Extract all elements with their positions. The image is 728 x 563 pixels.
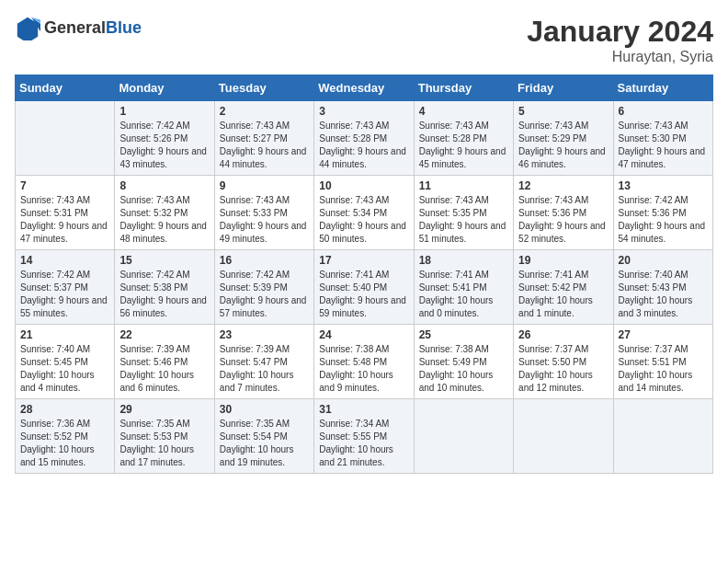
calendar-cell: 13Sunrise: 7:42 AMSunset: 5:36 PMDayligh…	[613, 176, 712, 250]
day-number: 19	[518, 254, 608, 267]
calendar-cell: 19Sunrise: 7:41 AMSunset: 5:42 PMDayligh…	[514, 250, 613, 325]
calendar-cell: 11Sunrise: 7:43 AMSunset: 5:35 PMDayligh…	[414, 176, 513, 250]
calendar-cell	[613, 399, 712, 474]
day-header-monday: Monday	[115, 75, 214, 101]
calendar-cell	[16, 101, 115, 176]
day-info: Sunrise: 7:42 AMSunset: 5:37 PMDaylight:…	[20, 270, 108, 318]
day-header-thursday: Thursday	[414, 75, 513, 101]
day-info: Sunrise: 7:38 AMSunset: 5:49 PMDaylight:…	[419, 344, 494, 393]
day-header-tuesday: Tuesday	[214, 75, 313, 101]
day-number: 18	[419, 254, 508, 267]
day-info: Sunrise: 7:35 AMSunset: 5:53 PMDaylight:…	[119, 419, 194, 467]
day-header-saturday: Saturday	[613, 75, 712, 101]
day-number: 17	[319, 254, 408, 267]
day-info: Sunrise: 7:40 AMSunset: 5:43 PMDaylight:…	[619, 270, 693, 318]
calendar-cell: 16Sunrise: 7:42 AMSunset: 5:39 PMDayligh…	[214, 250, 313, 325]
day-number: 31	[319, 403, 408, 416]
day-number: 27	[619, 328, 708, 341]
day-info: Sunrise: 7:37 AMSunset: 5:50 PMDaylight:…	[518, 344, 593, 393]
calendar-cell: 18Sunrise: 7:41 AMSunset: 5:41 PMDayligh…	[414, 250, 513, 325]
day-number: 15	[119, 254, 209, 267]
calendar-cell: 21Sunrise: 7:40 AMSunset: 5:45 PMDayligh…	[16, 325, 115, 399]
calendar-cell: 20Sunrise: 7:40 AMSunset: 5:43 PMDayligh…	[613, 250, 712, 325]
calendar-cell: 26Sunrise: 7:37 AMSunset: 5:50 PMDayligh…	[514, 325, 613, 399]
logo: GeneralBlue	[15, 15, 142, 40]
day-number: 13	[619, 179, 708, 192]
day-info: Sunrise: 7:43 AMSunset: 5:28 PMDaylight:…	[419, 121, 506, 169]
day-number: 24	[319, 328, 408, 341]
day-info: Sunrise: 7:41 AMSunset: 5:40 PMDaylight:…	[319, 270, 406, 318]
logo-blue-text: Blue	[106, 18, 142, 37]
day-number: 28	[20, 403, 109, 416]
day-info: Sunrise: 7:43 AMSunset: 5:30 PMDaylight:…	[619, 121, 706, 169]
day-number: 14	[20, 254, 109, 267]
day-info: Sunrise: 7:38 AMSunset: 5:48 PMDaylight:…	[319, 344, 393, 393]
day-info: Sunrise: 7:40 AMSunset: 5:45 PMDaylight:…	[20, 344, 95, 393]
calendar-cell: 12Sunrise: 7:43 AMSunset: 5:36 PMDayligh…	[514, 176, 613, 250]
logo-icon	[15, 15, 40, 40]
day-info: Sunrise: 7:39 AMSunset: 5:47 PMDaylight:…	[220, 344, 294, 393]
day-number: 30	[220, 403, 309, 416]
day-number: 11	[419, 179, 508, 192]
calendar-cell	[414, 399, 513, 474]
location: Huraytan, Syria	[527, 49, 713, 65]
calendar-cell: 15Sunrise: 7:42 AMSunset: 5:38 PMDayligh…	[115, 250, 214, 325]
day-number: 29	[119, 403, 209, 416]
day-info: Sunrise: 7:43 AMSunset: 5:29 PMDaylight:…	[518, 121, 606, 169]
day-number: 16	[220, 254, 309, 267]
day-number: 8	[119, 179, 209, 192]
day-number: 21	[20, 328, 109, 341]
calendar-cell: 6Sunrise: 7:43 AMSunset: 5:30 PMDaylight…	[613, 101, 712, 176]
month-year: January 2024	[527, 15, 713, 49]
day-info: Sunrise: 7:42 AMSunset: 5:38 PMDaylight:…	[119, 270, 207, 318]
calendar-cell: 22Sunrise: 7:39 AMSunset: 5:46 PMDayligh…	[115, 325, 214, 399]
calendar-cell: 30Sunrise: 7:35 AMSunset: 5:54 PMDayligh…	[214, 399, 313, 474]
day-info: Sunrise: 7:41 AMSunset: 5:41 PMDaylight:…	[419, 270, 494, 318]
calendar-cell: 9Sunrise: 7:43 AMSunset: 5:33 PMDaylight…	[214, 176, 313, 250]
day-info: Sunrise: 7:42 AMSunset: 5:36 PMDaylight:…	[619, 195, 706, 244]
day-number: 5	[518, 105, 608, 118]
calendar-cell: 14Sunrise: 7:42 AMSunset: 5:37 PMDayligh…	[16, 250, 115, 325]
calendar-cell: 2Sunrise: 7:43 AMSunset: 5:27 PMDaylight…	[214, 101, 313, 176]
day-header-sunday: Sunday	[16, 75, 115, 101]
calendar-cell	[514, 399, 613, 474]
day-number: 6	[619, 105, 708, 118]
calendar-cell: 27Sunrise: 7:37 AMSunset: 5:51 PMDayligh…	[613, 325, 712, 399]
day-number: 26	[518, 328, 608, 341]
day-number: 1	[119, 105, 209, 118]
day-number: 10	[319, 179, 408, 192]
calendar-cell: 10Sunrise: 7:43 AMSunset: 5:34 PMDayligh…	[314, 176, 414, 250]
week-row-4: 21Sunrise: 7:40 AMSunset: 5:45 PMDayligh…	[16, 325, 713, 399]
day-info: Sunrise: 7:35 AMSunset: 5:54 PMDaylight:…	[220, 419, 294, 467]
page-header: GeneralBlue January 2024 Huraytan, Syria	[15, 15, 713, 65]
day-info: Sunrise: 7:42 AMSunset: 5:26 PMDaylight:…	[119, 121, 207, 169]
day-header-friday: Friday	[514, 75, 613, 101]
day-info: Sunrise: 7:41 AMSunset: 5:42 PMDaylight:…	[518, 270, 593, 318]
day-info: Sunrise: 7:43 AMSunset: 5:27 PMDaylight:…	[220, 121, 307, 169]
day-info: Sunrise: 7:43 AMSunset: 5:36 PMDaylight:…	[518, 195, 606, 244]
calendar-cell: 8Sunrise: 7:43 AMSunset: 5:32 PMDaylight…	[115, 176, 214, 250]
day-info: Sunrise: 7:39 AMSunset: 5:46 PMDaylight:…	[119, 344, 194, 393]
day-info: Sunrise: 7:43 AMSunset: 5:34 PMDaylight:…	[319, 195, 406, 244]
calendar-cell: 1Sunrise: 7:42 AMSunset: 5:26 PMDaylight…	[115, 101, 214, 176]
calendar-cell: 28Sunrise: 7:36 AMSunset: 5:52 PMDayligh…	[16, 399, 115, 474]
calendar-cell: 7Sunrise: 7:43 AMSunset: 5:31 PMDaylight…	[16, 176, 115, 250]
title-block: January 2024 Huraytan, Syria	[527, 15, 713, 65]
week-row-5: 28Sunrise: 7:36 AMSunset: 5:52 PMDayligh…	[16, 399, 713, 474]
week-row-1: 1Sunrise: 7:42 AMSunset: 5:26 PMDaylight…	[16, 101, 713, 176]
day-info: Sunrise: 7:43 AMSunset: 5:32 PMDaylight:…	[119, 195, 207, 244]
day-number: 12	[518, 179, 608, 192]
day-header-wednesday: Wednesday	[314, 75, 414, 101]
day-info: Sunrise: 7:34 AMSunset: 5:55 PMDaylight:…	[319, 419, 393, 467]
day-number: 23	[220, 328, 309, 341]
day-info: Sunrise: 7:43 AMSunset: 5:35 PMDaylight:…	[419, 195, 506, 244]
day-number: 7	[20, 179, 109, 192]
calendar-cell: 3Sunrise: 7:43 AMSunset: 5:28 PMDaylight…	[314, 101, 414, 176]
calendar-cell: 23Sunrise: 7:39 AMSunset: 5:47 PMDayligh…	[214, 325, 313, 399]
header-row: SundayMondayTuesdayWednesdayThursdayFrid…	[16, 75, 713, 101]
day-number: 25	[419, 328, 508, 341]
day-number: 2	[220, 105, 309, 118]
calendar-cell: 5Sunrise: 7:43 AMSunset: 5:29 PMDaylight…	[514, 101, 613, 176]
day-info: Sunrise: 7:37 AMSunset: 5:51 PMDaylight:…	[619, 344, 693, 393]
calendar-cell: 31Sunrise: 7:34 AMSunset: 5:55 PMDayligh…	[314, 399, 414, 474]
